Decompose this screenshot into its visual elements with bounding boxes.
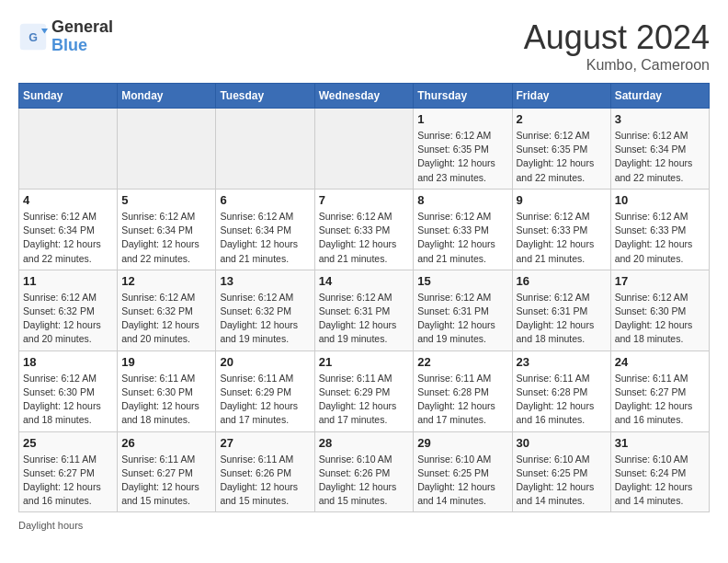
calendar-cell: 16Sunrise: 6:12 AM Sunset: 6:31 PM Dayli…: [512, 270, 610, 350]
calendar-cell: 14Sunrise: 6:12 AM Sunset: 6:31 PM Dayli…: [314, 270, 414, 350]
day-number: 1: [417, 112, 507, 126]
day-info: Sunrise: 6:12 AM Sunset: 6:34 PM Dayligh…: [121, 210, 211, 266]
week-row-1: 4Sunrise: 6:12 AM Sunset: 6:34 PM Daylig…: [19, 189, 710, 270]
day-info: Sunrise: 6:11 AM Sunset: 6:28 PM Dayligh…: [417, 372, 507, 428]
header-day-thursday: Thursday: [414, 84, 512, 109]
calendar-cell: 5Sunrise: 6:12 AM Sunset: 6:34 PM Daylig…: [118, 189, 216, 270]
calendar-cell: 25Sunrise: 6:11 AM Sunset: 6:27 PM Dayli…: [19, 431, 118, 512]
day-info: Sunrise: 6:12 AM Sunset: 6:32 PM Dayligh…: [220, 291, 310, 347]
day-number: 3: [615, 112, 705, 126]
day-info: Sunrise: 6:12 AM Sunset: 6:34 PM Dayligh…: [220, 210, 310, 266]
calendar-cell: 17Sunrise: 6:12 AM Sunset: 6:30 PM Dayli…: [610, 270, 709, 350]
header-day-sunday: Sunday: [19, 84, 118, 109]
day-number: 15: [417, 274, 507, 288]
day-info: Sunrise: 6:11 AM Sunset: 6:28 PM Dayligh…: [517, 372, 607, 428]
day-number: 2: [517, 112, 607, 126]
day-info: Sunrise: 6:11 AM Sunset: 6:27 PM Dayligh…: [615, 372, 705, 428]
calendar-cell: 11Sunrise: 6:12 AM Sunset: 6:32 PM Dayli…: [19, 270, 118, 350]
calendar-cell: 10Sunrise: 6:12 AM Sunset: 6:33 PM Dayli…: [610, 189, 709, 270]
day-info: Sunrise: 6:10 AM Sunset: 6:25 PM Dayligh…: [417, 453, 507, 509]
calendar-body: 1Sunrise: 6:12 AM Sunset: 6:35 PM Daylig…: [19, 109, 710, 512]
calendar-footer: Daylight hours: [18, 520, 710, 531]
day-info: Sunrise: 6:12 AM Sunset: 6:31 PM Dayligh…: [417, 291, 507, 347]
calendar-cell: 29Sunrise: 6:10 AM Sunset: 6:25 PM Dayli…: [414, 431, 512, 512]
calendar-header: SundayMondayTuesdayWednesdayThursdayFrid…: [19, 84, 710, 109]
calendar-cell: 27Sunrise: 6:11 AM Sunset: 6:26 PM Dayli…: [216, 431, 314, 512]
day-number: 29: [417, 436, 507, 450]
day-number: 11: [23, 274, 113, 288]
calendar-cell: [118, 109, 216, 190]
header-day-wednesday: Wednesday: [314, 84, 414, 109]
week-row-2: 11Sunrise: 6:12 AM Sunset: 6:32 PM Dayli…: [19, 270, 710, 350]
day-number: 18: [23, 355, 113, 369]
day-info: Sunrise: 6:10 AM Sunset: 6:24 PM Dayligh…: [615, 453, 705, 509]
day-info: Sunrise: 6:11 AM Sunset: 6:27 PM Dayligh…: [121, 453, 211, 509]
calendar-cell: 2Sunrise: 6:12 AM Sunset: 6:35 PM Daylig…: [512, 109, 610, 190]
day-number: 4: [23, 193, 113, 207]
day-number: 7: [319, 193, 410, 207]
title-block: August 2024 Kumbo, Cameroon: [524, 18, 710, 74]
calendar-cell: 19Sunrise: 6:11 AM Sunset: 6:30 PM Dayli…: [118, 350, 216, 431]
header-day-saturday: Saturday: [610, 84, 709, 109]
day-number: 5: [121, 193, 211, 207]
calendar-cell: 20Sunrise: 6:11 AM Sunset: 6:29 PM Dayli…: [216, 350, 314, 431]
day-info: Sunrise: 6:12 AM Sunset: 6:32 PM Dayligh…: [23, 291, 113, 347]
calendar-cell: 15Sunrise: 6:12 AM Sunset: 6:31 PM Dayli…: [414, 270, 512, 350]
day-number: 25: [23, 436, 113, 450]
day-number: 14: [319, 274, 410, 288]
day-info: Sunrise: 6:10 AM Sunset: 6:26 PM Dayligh…: [319, 453, 410, 509]
calendar-cell: [19, 109, 118, 190]
header-day-friday: Friday: [512, 84, 610, 109]
week-row-4: 25Sunrise: 6:11 AM Sunset: 6:27 PM Dayli…: [19, 431, 710, 512]
day-number: 8: [417, 193, 507, 207]
day-info: Sunrise: 6:12 AM Sunset: 6:32 PM Dayligh…: [121, 291, 211, 347]
header-day-monday: Monday: [118, 84, 216, 109]
calendar-cell: 24Sunrise: 6:11 AM Sunset: 6:27 PM Dayli…: [610, 350, 709, 431]
day-number: 17: [615, 274, 705, 288]
day-number: 16: [517, 274, 607, 288]
calendar-cell: 9Sunrise: 6:12 AM Sunset: 6:33 PM Daylig…: [512, 189, 610, 270]
day-info: Sunrise: 6:12 AM Sunset: 6:30 PM Dayligh…: [23, 372, 113, 428]
page-title: August 2024: [524, 18, 710, 57]
day-info: Sunrise: 6:11 AM Sunset: 6:27 PM Dayligh…: [23, 453, 113, 509]
day-number: 26: [121, 436, 211, 450]
day-number: 20: [220, 355, 310, 369]
day-info: Sunrise: 6:12 AM Sunset: 6:33 PM Dayligh…: [417, 210, 507, 266]
calendar-cell: 13Sunrise: 6:12 AM Sunset: 6:32 PM Dayli…: [216, 270, 314, 350]
day-number: 13: [220, 274, 310, 288]
calendar-cell: 8Sunrise: 6:12 AM Sunset: 6:33 PM Daylig…: [414, 189, 512, 270]
logo-general-text: General: [51, 17, 113, 36]
calendar-cell: 31Sunrise: 6:10 AM Sunset: 6:24 PM Dayli…: [610, 431, 709, 512]
week-row-3: 18Sunrise: 6:12 AM Sunset: 6:30 PM Dayli…: [19, 350, 710, 431]
day-info: Sunrise: 6:12 AM Sunset: 6:34 PM Dayligh…: [615, 129, 705, 185]
calendar-cell: 21Sunrise: 6:11 AM Sunset: 6:29 PM Dayli…: [314, 350, 414, 431]
calendar-cell: [314, 109, 414, 190]
page-subtitle: Kumbo, Cameroon: [524, 57, 710, 74]
calendar-cell: 12Sunrise: 6:12 AM Sunset: 6:32 PM Dayli…: [118, 270, 216, 350]
day-number: 22: [417, 355, 507, 369]
day-info: Sunrise: 6:12 AM Sunset: 6:33 PM Dayligh…: [517, 210, 607, 266]
day-number: 23: [517, 355, 607, 369]
day-info: Sunrise: 6:11 AM Sunset: 6:29 PM Dayligh…: [220, 372, 310, 428]
calendar-cell: 1Sunrise: 6:12 AM Sunset: 6:35 PM Daylig…: [414, 109, 512, 190]
day-number: 31: [615, 436, 705, 450]
day-info: Sunrise: 6:10 AM Sunset: 6:25 PM Dayligh…: [517, 453, 607, 509]
day-info: Sunrise: 6:11 AM Sunset: 6:30 PM Dayligh…: [121, 372, 211, 428]
day-info: Sunrise: 6:12 AM Sunset: 6:34 PM Dayligh…: [23, 210, 113, 266]
day-number: 30: [517, 436, 607, 450]
day-number: 21: [319, 355, 410, 369]
logo-text: General Blue: [51, 18, 113, 55]
daylight-label: Daylight hours: [18, 520, 83, 531]
header-day-tuesday: Tuesday: [216, 84, 314, 109]
logo-blue-text: Blue: [51, 36, 87, 54]
day-info: Sunrise: 6:12 AM Sunset: 6:31 PM Dayligh…: [517, 291, 607, 347]
day-info: Sunrise: 6:12 AM Sunset: 6:33 PM Dayligh…: [615, 210, 705, 266]
day-info: Sunrise: 6:12 AM Sunset: 6:30 PM Dayligh…: [615, 291, 705, 347]
day-number: 9: [517, 193, 607, 207]
day-number: 6: [220, 193, 310, 207]
day-number: 10: [615, 193, 705, 207]
calendar-table: SundayMondayTuesdayWednesdayThursdayFrid…: [18, 83, 710, 512]
calendar-cell: 6Sunrise: 6:12 AM Sunset: 6:34 PM Daylig…: [216, 189, 314, 270]
calendar-cell: 26Sunrise: 6:11 AM Sunset: 6:27 PM Dayli…: [118, 431, 216, 512]
day-info: Sunrise: 6:12 AM Sunset: 6:35 PM Dayligh…: [517, 129, 607, 185]
